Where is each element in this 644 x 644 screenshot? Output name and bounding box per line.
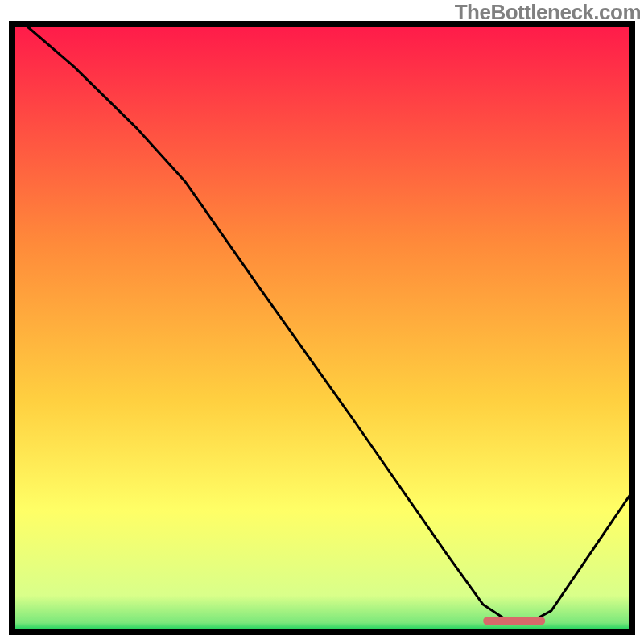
minimum-marker [483, 617, 545, 625]
watermark-text: TheBottleneck.com [455, 0, 641, 25]
chart-svg [0, 0, 644, 644]
chart-container: TheBottleneck.com [0, 0, 644, 644]
plot-background [12, 24, 632, 632]
